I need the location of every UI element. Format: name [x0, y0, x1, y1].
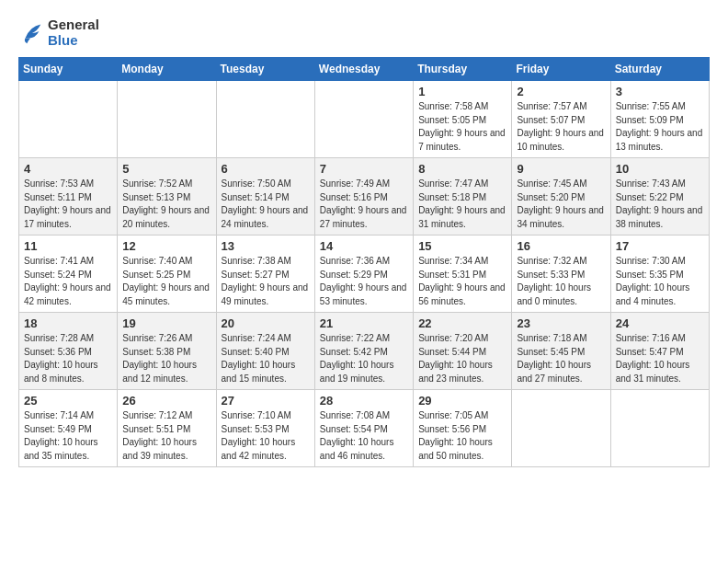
day-number: 28: [320, 394, 408, 408]
day-cell: 23Sunrise: 7:18 AMSunset: 5:45 PMDayligh…: [512, 313, 610, 390]
day-cell: 12Sunrise: 7:40 AMSunset: 5:25 PMDayligh…: [118, 236, 216, 313]
day-info: Sunrise: 7:53 AMSunset: 5:11 PMDaylight:…: [24, 178, 112, 231]
day-info: Sunrise: 7:26 AMSunset: 5:38 PMDaylight:…: [122, 332, 210, 385]
calendar-table: SundayMondayTuesdayWednesdayThursdayFrid…: [18, 57, 710, 467]
day-number: 21: [320, 316, 408, 330]
day-number: 12: [122, 239, 210, 253]
day-info: Sunrise: 7:57 AMSunset: 5:07 PMDaylight:…: [517, 100, 605, 154]
day-number: 15: [418, 239, 506, 253]
day-number: 27: [222, 394, 310, 408]
day-info: Sunrise: 7:14 AMSunset: 5:49 PMDaylight:…: [24, 409, 112, 463]
day-cell: 14Sunrise: 7:36 AMSunset: 5:29 PMDayligh…: [314, 236, 413, 313]
header-cell-monday: Monday: [118, 58, 216, 81]
day-cell: 11Sunrise: 7:41 AMSunset: 5:24 PMDayligh…: [19, 236, 118, 313]
day-cell: 27Sunrise: 7:10 AMSunset: 5:53 PMDayligh…: [216, 390, 314, 467]
day-number: 11: [24, 239, 112, 253]
day-cell: 18Sunrise: 7:28 AMSunset: 5:36 PMDayligh…: [19, 313, 118, 390]
day-cell: [216, 81, 314, 158]
header-cell-saturday: Saturday: [610, 58, 709, 81]
day-cell: 15Sunrise: 7:34 AMSunset: 5:31 PMDayligh…: [414, 236, 512, 313]
day-cell: 19Sunrise: 7:26 AMSunset: 5:38 PMDayligh…: [118, 313, 216, 390]
day-number: 6: [222, 162, 310, 176]
day-info: Sunrise: 7:18 AMSunset: 5:45 PMDaylight:…: [517, 332, 605, 385]
day-number: 20: [222, 316, 310, 330]
day-cell: 24Sunrise: 7:16 AMSunset: 5:47 PMDayligh…: [610, 313, 709, 390]
day-number: 22: [418, 316, 506, 330]
day-info: Sunrise: 7:49 AMSunset: 5:16 PMDaylight:…: [320, 178, 408, 231]
day-cell: [610, 390, 709, 467]
day-number: 23: [517, 316, 605, 330]
day-info: Sunrise: 7:47 AMSunset: 5:18 PMDaylight:…: [418, 178, 506, 231]
day-info: Sunrise: 7:50 AMSunset: 5:14 PMDaylight:…: [222, 178, 310, 231]
day-number: 13: [222, 239, 310, 253]
header: General Blue: [18, 17, 710, 48]
day-info: Sunrise: 7:55 AMSunset: 5:09 PMDaylight:…: [616, 100, 704, 154]
header-cell-tuesday: Tuesday: [216, 58, 314, 81]
day-cell: 25Sunrise: 7:14 AMSunset: 5:49 PMDayligh…: [19, 390, 118, 467]
day-cell: 29Sunrise: 7:05 AMSunset: 5:56 PMDayligh…: [414, 390, 512, 467]
logo: General Blue: [18, 17, 99, 48]
day-cell: [118, 81, 216, 158]
page: General Blue SundayMondayTuesdayWednesda…: [0, 0, 728, 477]
day-cell: 20Sunrise: 7:24 AMSunset: 5:40 PMDayligh…: [216, 313, 314, 390]
day-cell: 3Sunrise: 7:55 AMSunset: 5:09 PMDaylight…: [610, 81, 709, 158]
day-info: Sunrise: 7:43 AMSunset: 5:22 PMDaylight:…: [616, 178, 704, 231]
day-info: Sunrise: 7:32 AMSunset: 5:33 PMDaylight:…: [517, 255, 605, 308]
day-info: Sunrise: 7:08 AMSunset: 5:54 PMDaylight:…: [320, 409, 408, 463]
header-row: SundayMondayTuesdayWednesdayThursdayFrid…: [19, 58, 710, 81]
day-info: Sunrise: 7:20 AMSunset: 5:44 PMDaylight:…: [418, 332, 506, 385]
day-cell: 26Sunrise: 7:12 AMSunset: 5:51 PMDayligh…: [118, 390, 216, 467]
day-number: 2: [517, 85, 605, 98]
day-info: Sunrise: 7:05 AMSunset: 5:56 PMDaylight:…: [418, 409, 506, 463]
day-number: 3: [616, 85, 704, 98]
day-cell: 22Sunrise: 7:20 AMSunset: 5:44 PMDayligh…: [414, 313, 512, 390]
day-cell: 5Sunrise: 7:52 AMSunset: 5:13 PMDaylight…: [118, 158, 216, 236]
day-number: 18: [24, 316, 112, 330]
day-info: Sunrise: 7:36 AMSunset: 5:29 PMDaylight:…: [320, 255, 408, 308]
day-cell: 7Sunrise: 7:49 AMSunset: 5:16 PMDaylight…: [314, 158, 413, 236]
day-cell: 8Sunrise: 7:47 AMSunset: 5:18 PMDaylight…: [414, 158, 512, 236]
header-cell-wednesday: Wednesday: [314, 58, 413, 81]
day-number: 17: [616, 239, 704, 253]
day-number: 8: [418, 162, 506, 176]
day-info: Sunrise: 7:52 AMSunset: 5:13 PMDaylight:…: [122, 178, 210, 231]
day-number: 9: [517, 162, 605, 176]
day-number: 25: [24, 394, 112, 408]
day-info: Sunrise: 7:30 AMSunset: 5:35 PMDaylight:…: [616, 255, 704, 308]
day-info: Sunrise: 7:24 AMSunset: 5:40 PMDaylight:…: [222, 332, 310, 385]
header-cell-sunday: Sunday: [19, 58, 118, 81]
day-info: Sunrise: 7:58 AMSunset: 5:05 PMDaylight:…: [418, 100, 506, 154]
week-row-3: 11Sunrise: 7:41 AMSunset: 5:24 PMDayligh…: [19, 236, 710, 313]
day-info: Sunrise: 7:16 AMSunset: 5:47 PMDaylight:…: [616, 332, 704, 385]
day-cell: 10Sunrise: 7:43 AMSunset: 5:22 PMDayligh…: [610, 158, 709, 236]
day-cell: 28Sunrise: 7:08 AMSunset: 5:54 PMDayligh…: [314, 390, 413, 467]
day-number: 14: [320, 239, 408, 253]
day-info: Sunrise: 7:10 AMSunset: 5:53 PMDaylight:…: [222, 409, 310, 463]
day-info: Sunrise: 7:38 AMSunset: 5:27 PMDaylight:…: [222, 255, 310, 308]
header-cell-friday: Friday: [512, 58, 610, 81]
day-number: 16: [517, 239, 605, 253]
day-info: Sunrise: 7:45 AMSunset: 5:20 PMDaylight:…: [517, 178, 605, 231]
day-number: 4: [24, 162, 112, 176]
day-number: 24: [616, 316, 704, 330]
week-row-4: 18Sunrise: 7:28 AMSunset: 5:36 PMDayligh…: [19, 313, 710, 390]
day-number: 26: [122, 394, 210, 408]
day-number: 29: [418, 394, 506, 408]
day-number: 19: [122, 316, 210, 330]
day-cell: [19, 81, 118, 158]
week-row-2: 4Sunrise: 7:53 AMSunset: 5:11 PMDaylight…: [19, 158, 710, 236]
day-cell: 17Sunrise: 7:30 AMSunset: 5:35 PMDayligh…: [610, 236, 709, 313]
day-number: 7: [320, 162, 408, 176]
day-number: 10: [616, 162, 704, 176]
day-cell: [314, 81, 413, 158]
day-cell: 6Sunrise: 7:50 AMSunset: 5:14 PMDaylight…: [216, 158, 314, 236]
day-info: Sunrise: 7:28 AMSunset: 5:36 PMDaylight:…: [24, 332, 112, 385]
logo-text: General Blue: [48, 17, 99, 48]
logo-icon: [18, 19, 44, 45]
day-cell: 16Sunrise: 7:32 AMSunset: 5:33 PMDayligh…: [512, 236, 610, 313]
day-cell: 21Sunrise: 7:22 AMSunset: 5:42 PMDayligh…: [314, 313, 413, 390]
day-number: 1: [418, 85, 506, 98]
day-cell: 9Sunrise: 7:45 AMSunset: 5:20 PMDaylight…: [512, 158, 610, 236]
day-info: Sunrise: 7:12 AMSunset: 5:51 PMDaylight:…: [122, 409, 210, 463]
day-number: 5: [122, 162, 210, 176]
